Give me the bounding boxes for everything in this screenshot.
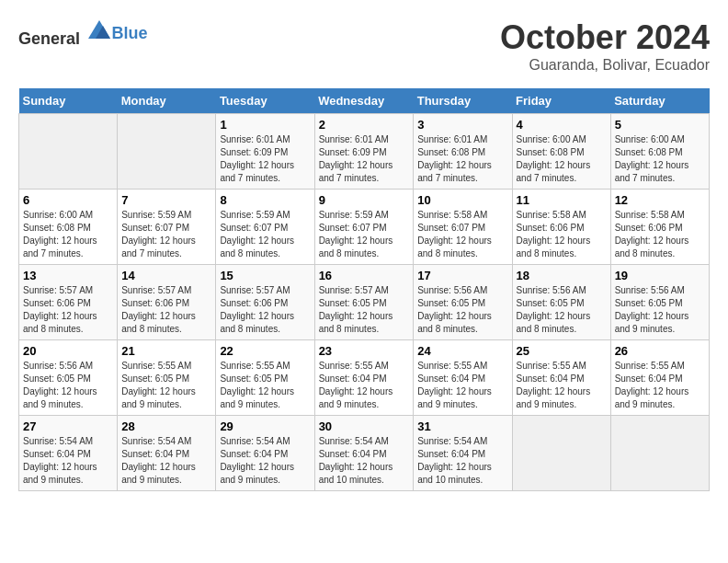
calendar-cell: 14Sunrise: 5:57 AM Sunset: 6:06 PM Dayli… <box>118 265 216 340</box>
logo-icon <box>86 18 112 44</box>
calendar-cell: 5Sunrise: 6:00 AM Sunset: 6:08 PM Daylig… <box>610 114 709 190</box>
calendar-cell: 16Sunrise: 5:57 AM Sunset: 6:05 PM Dayli… <box>314 265 414 340</box>
day-number: 31 <box>417 419 507 433</box>
day-number: 24 <box>417 344 507 358</box>
calendar-cell: 11Sunrise: 5:58 AM Sunset: 6:06 PM Dayli… <box>512 190 610 265</box>
day-number: 30 <box>319 419 410 433</box>
logo: General Blue <box>18 18 148 49</box>
day-info: Sunrise: 5:59 AM Sunset: 6:07 PM Dayligh… <box>121 209 211 260</box>
calendar-cell: 18Sunrise: 5:56 AM Sunset: 6:05 PM Dayli… <box>512 265 610 340</box>
day-number: 16 <box>319 269 410 282</box>
calendar-cell: 28Sunrise: 5:54 AM Sunset: 6:04 PM Dayli… <box>118 416 216 491</box>
day-info: Sunrise: 5:57 AM Sunset: 6:06 PM Dayligh… <box>121 284 211 336</box>
header-monday: Monday <box>118 88 216 114</box>
calendar-week-2: 6Sunrise: 6:00 AM Sunset: 6:08 PM Daylig… <box>19 190 710 265</box>
title-section: October 2024 Guaranda, Bolivar, Ecuador <box>500 18 710 74</box>
calendar-cell: 30Sunrise: 5:54 AM Sunset: 6:04 PM Dayli… <box>314 416 414 491</box>
day-info: Sunrise: 5:54 AM Sunset: 6:04 PM Dayligh… <box>220 435 310 487</box>
day-number: 10 <box>417 193 507 207</box>
calendar-week-1: 1Sunrise: 6:01 AM Sunset: 6:09 PM Daylig… <box>19 114 710 190</box>
calendar-cell: 15Sunrise: 5:57 AM Sunset: 6:06 PM Dayli… <box>216 265 314 340</box>
calendar-cell: 4Sunrise: 6:00 AM Sunset: 6:08 PM Daylig… <box>512 114 610 190</box>
day-number: 27 <box>23 419 113 433</box>
day-info: Sunrise: 5:57 AM Sunset: 6:06 PM Dayligh… <box>23 284 113 336</box>
day-info: Sunrise: 6:00 AM Sunset: 6:08 PM Dayligh… <box>615 133 705 185</box>
calendar-cell: 1Sunrise: 6:01 AM Sunset: 6:09 PM Daylig… <box>216 114 314 190</box>
day-info: Sunrise: 6:01 AM Sunset: 6:09 PM Dayligh… <box>319 133 410 185</box>
calendar-cell: 26Sunrise: 5:55 AM Sunset: 6:04 PM Dayli… <box>610 340 709 416</box>
location-subtitle: Guaranda, Bolivar, Ecuador <box>500 57 710 74</box>
day-number: 11 <box>517 193 607 207</box>
day-info: Sunrise: 5:57 AM Sunset: 6:06 PM Dayligh… <box>220 284 310 336</box>
calendar-cell: 19Sunrise: 5:56 AM Sunset: 6:05 PM Dayli… <box>610 265 709 340</box>
day-number: 21 <box>121 344 211 358</box>
day-info: Sunrise: 6:00 AM Sunset: 6:08 PM Dayligh… <box>517 133 607 185</box>
day-info: Sunrise: 5:56 AM Sunset: 6:05 PM Dayligh… <box>517 284 607 336</box>
calendar-cell: 20Sunrise: 5:56 AM Sunset: 6:05 PM Dayli… <box>19 340 118 416</box>
day-number: 25 <box>517 344 607 358</box>
calendar-cell: 22Sunrise: 5:55 AM Sunset: 6:05 PM Dayli… <box>216 340 314 416</box>
calendar-cell: 31Sunrise: 5:54 AM Sunset: 6:04 PM Dayli… <box>414 416 512 491</box>
header-friday: Friday <box>512 88 610 114</box>
day-number: 13 <box>23 269 113 282</box>
calendar-cell: 27Sunrise: 5:54 AM Sunset: 6:04 PM Dayli… <box>19 416 118 491</box>
calendar-cell: 8Sunrise: 5:59 AM Sunset: 6:07 PM Daylig… <box>216 190 314 265</box>
day-info: Sunrise: 5:55 AM Sunset: 6:04 PM Dayligh… <box>417 360 507 411</box>
day-number: 6 <box>23 193 113 207</box>
day-info: Sunrise: 5:56 AM Sunset: 6:05 PM Dayligh… <box>615 284 705 336</box>
calendar-header-row: Sunday Monday Tuesday Wednesday Thursday… <box>19 88 710 114</box>
day-info: Sunrise: 5:57 AM Sunset: 6:05 PM Dayligh… <box>319 284 410 336</box>
day-info: Sunrise: 5:54 AM Sunset: 6:04 PM Dayligh… <box>23 435 113 487</box>
calendar-table: Sunday Monday Tuesday Wednesday Thursday… <box>18 88 710 491</box>
month-title: October 2024 <box>500 18 710 57</box>
day-number: 20 <box>23 344 113 358</box>
day-number: 18 <box>517 269 607 282</box>
calendar-cell: 3Sunrise: 6:01 AM Sunset: 6:08 PM Daylig… <box>414 114 512 190</box>
day-info: Sunrise: 5:58 AM Sunset: 6:06 PM Dayligh… <box>517 209 607 260</box>
day-info: Sunrise: 5:54 AM Sunset: 6:04 PM Dayligh… <box>417 435 507 487</box>
calendar-week-5: 27Sunrise: 5:54 AM Sunset: 6:04 PM Dayli… <box>19 416 710 491</box>
calendar-cell <box>118 114 216 190</box>
day-number: 26 <box>615 344 705 358</box>
day-number: 23 <box>319 344 410 358</box>
calendar-cell: 23Sunrise: 5:55 AM Sunset: 6:04 PM Dayli… <box>314 340 414 416</box>
day-number: 4 <box>517 118 607 132</box>
calendar-cell <box>512 416 610 491</box>
calendar-week-4: 20Sunrise: 5:56 AM Sunset: 6:05 PM Dayli… <box>19 340 710 416</box>
calendar-cell: 13Sunrise: 5:57 AM Sunset: 6:06 PM Dayli… <box>19 265 118 340</box>
day-info: Sunrise: 5:56 AM Sunset: 6:05 PM Dayligh… <box>23 360 113 411</box>
header-sunday: Sunday <box>19 88 118 114</box>
calendar-cell: 2Sunrise: 6:01 AM Sunset: 6:09 PM Daylig… <box>314 114 414 190</box>
header-thursday: Thursday <box>414 88 512 114</box>
day-info: Sunrise: 5:59 AM Sunset: 6:07 PM Dayligh… <box>220 209 310 260</box>
calendar-cell: 21Sunrise: 5:55 AM Sunset: 6:05 PM Dayli… <box>118 340 216 416</box>
day-info: Sunrise: 6:00 AM Sunset: 6:08 PM Dayligh… <box>23 209 113 260</box>
day-info: Sunrise: 6:01 AM Sunset: 6:08 PM Dayligh… <box>417 133 507 185</box>
day-info: Sunrise: 5:55 AM Sunset: 6:04 PM Dayligh… <box>319 360 410 411</box>
calendar-cell <box>610 416 709 491</box>
day-number: 1 <box>220 118 310 132</box>
day-info: Sunrise: 5:59 AM Sunset: 6:07 PM Dayligh… <box>319 209 410 260</box>
header-saturday: Saturday <box>610 88 709 114</box>
day-info: Sunrise: 5:55 AM Sunset: 6:04 PM Dayligh… <box>517 360 607 411</box>
page-header: General Blue October 2024 Guaranda, Boli… <box>18 18 710 74</box>
day-number: 5 <box>615 118 705 132</box>
day-info: Sunrise: 5:55 AM Sunset: 6:05 PM Dayligh… <box>121 360 211 411</box>
day-number: 2 <box>319 118 410 132</box>
day-number: 7 <box>121 193 211 207</box>
header-tuesday: Tuesday <box>216 88 314 114</box>
calendar-cell: 10Sunrise: 5:58 AM Sunset: 6:07 PM Dayli… <box>414 190 512 265</box>
calendar-cell: 25Sunrise: 5:55 AM Sunset: 6:04 PM Dayli… <box>512 340 610 416</box>
calendar-cell: 17Sunrise: 5:56 AM Sunset: 6:05 PM Dayli… <box>414 265 512 340</box>
day-info: Sunrise: 5:58 AM Sunset: 6:07 PM Dayligh… <box>417 209 507 260</box>
day-number: 8 <box>220 193 310 207</box>
logo-blue: Blue <box>112 24 148 42</box>
day-number: 9 <box>319 193 410 207</box>
calendar-cell: 9Sunrise: 5:59 AM Sunset: 6:07 PM Daylig… <box>314 190 414 265</box>
day-info: Sunrise: 6:01 AM Sunset: 6:09 PM Dayligh… <box>220 133 310 185</box>
day-info: Sunrise: 5:55 AM Sunset: 6:04 PM Dayligh… <box>615 360 705 411</box>
day-number: 29 <box>220 419 310 433</box>
calendar-cell: 24Sunrise: 5:55 AM Sunset: 6:04 PM Dayli… <box>414 340 512 416</box>
calendar-cell: 12Sunrise: 5:58 AM Sunset: 6:06 PM Dayli… <box>610 190 709 265</box>
calendar-cell: 6Sunrise: 6:00 AM Sunset: 6:08 PM Daylig… <box>19 190 118 265</box>
